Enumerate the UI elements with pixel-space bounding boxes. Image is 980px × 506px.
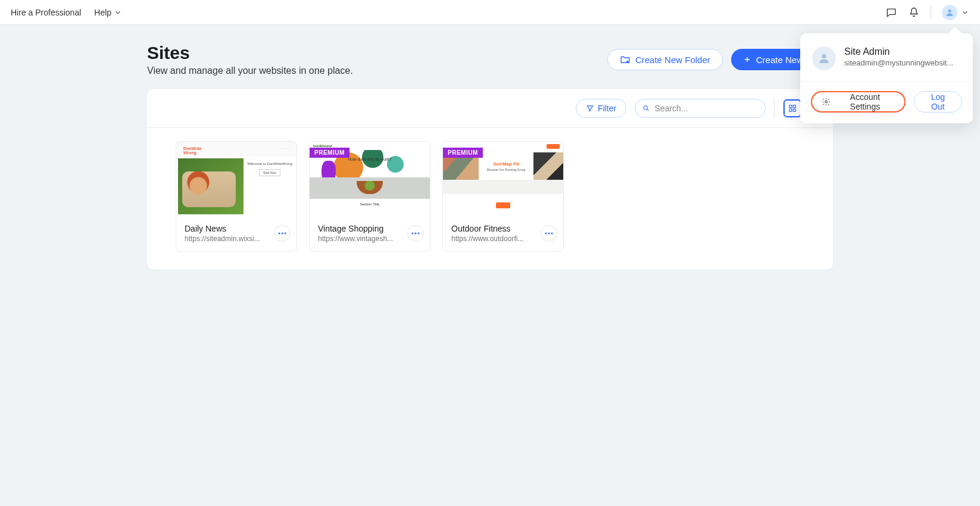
search-icon xyxy=(642,104,650,113)
premium-badge: PREMIUM xyxy=(310,148,349,158)
site-card[interactable]: PREMIUM lost&found How does this all wor… xyxy=(309,141,430,252)
svg-point-8 xyxy=(279,233,280,235)
site-more-button[interactable] xyxy=(274,225,291,242)
premium-badge: PREMIUM xyxy=(443,148,483,158)
account-menu-button[interactable] xyxy=(942,5,969,20)
search-input[interactable] xyxy=(655,104,758,113)
search-input-wrap[interactable] xyxy=(635,99,766,118)
filter-button[interactable]: Filter xyxy=(576,99,626,118)
divider xyxy=(931,6,931,19)
svg-point-12 xyxy=(415,233,417,235)
thumb-text: Get Map Fit xyxy=(493,161,519,167)
plus-icon xyxy=(743,55,751,64)
log-out-button[interactable]: Log Out xyxy=(914,91,962,113)
filter-icon xyxy=(586,104,594,113)
thumb-text: Discover Our Running Group xyxy=(487,168,525,171)
svg-point-3 xyxy=(644,106,647,110)
svg-point-15 xyxy=(548,233,550,235)
svg-point-2 xyxy=(825,101,828,103)
site-card[interactable]: PREMIUM Get Map Fit Discover Our Running… xyxy=(442,141,564,252)
svg-rect-5 xyxy=(793,105,795,108)
more-icon xyxy=(278,232,286,235)
svg-point-10 xyxy=(285,233,286,235)
chat-icon[interactable] xyxy=(885,7,897,18)
gear-icon xyxy=(822,97,831,107)
svg-point-1 xyxy=(822,54,826,58)
svg-rect-6 xyxy=(789,109,792,111)
page-title: Sites xyxy=(147,43,353,63)
avatar xyxy=(812,46,836,70)
site-more-button[interactable] xyxy=(407,225,424,242)
create-new-folder-button[interactable]: Create New Folder xyxy=(607,49,723,70)
top-bar: Hire a Professional Help xyxy=(0,0,980,25)
page-subtitle: View and manage all your websites in one… xyxy=(147,65,353,76)
help-label: Help xyxy=(94,8,111,17)
account-name: Site Admin xyxy=(844,46,953,57)
site-card[interactable]: DonWrite Wrong· · · · · Welcome to DonWr… xyxy=(176,141,297,252)
thumb-text: How does this all work? xyxy=(310,157,430,161)
site-url: https://www.vintagesh... xyxy=(318,235,401,243)
site-thumbnail: DonWrite Wrong· · · · · Welcome to DonWr… xyxy=(176,142,297,217)
account-email: siteadmin@mystunningwebsit... xyxy=(844,58,953,67)
site-url: https://siteadmin.wixsi... xyxy=(185,235,268,243)
svg-point-14 xyxy=(545,233,547,235)
site-more-button[interactable] xyxy=(541,225,557,242)
hire-professional-link[interactable]: Hire a Professional xyxy=(11,8,81,17)
svg-point-0 xyxy=(948,9,951,12)
more-icon xyxy=(545,232,553,235)
avatar xyxy=(942,5,957,20)
account-settings-label: Account Settings xyxy=(835,92,894,111)
log-out-label: Log Out xyxy=(924,92,952,111)
more-icon xyxy=(411,232,420,235)
help-menu[interactable]: Help xyxy=(94,8,122,17)
svg-point-11 xyxy=(412,233,414,235)
account-dropdown: Site Admin siteadmin@mystunningwebsit...… xyxy=(800,33,973,123)
account-settings-button[interactable]: Account Settings xyxy=(811,91,906,113)
bell-icon[interactable] xyxy=(908,7,920,18)
divider xyxy=(774,99,775,118)
grid-icon xyxy=(788,104,797,113)
create-folder-label: Create New Folder xyxy=(635,55,710,65)
thumb-logo: DonWrite Wrong xyxy=(183,146,202,152)
thumb-text: Welcome to DonWriteWrong xyxy=(246,162,293,165)
thumb-text: Start Now xyxy=(259,169,280,176)
site-url: https://www.outdoorfi... xyxy=(451,235,535,243)
filter-label: Filter xyxy=(598,104,616,113)
svg-point-13 xyxy=(418,233,420,235)
svg-rect-4 xyxy=(789,105,792,108)
thumb-text: Section Title xyxy=(310,199,430,217)
chevron-down-icon xyxy=(961,8,969,17)
grid-view-button[interactable] xyxy=(784,99,801,117)
svg-point-9 xyxy=(282,233,283,235)
svg-rect-7 xyxy=(793,109,795,111)
chevron-down-icon xyxy=(114,8,122,17)
svg-point-16 xyxy=(551,233,553,235)
folder-plus-icon xyxy=(620,54,631,65)
